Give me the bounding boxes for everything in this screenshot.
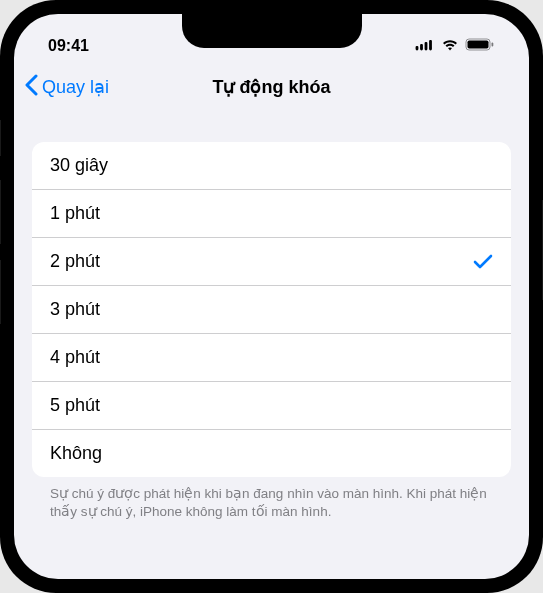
option-label: 30 giây: [50, 155, 108, 176]
page-title: Tự động khóa: [213, 76, 331, 98]
status-icons: [415, 37, 495, 55]
content: 30 giây 1 phút 2 phút: [14, 112, 529, 521]
screen: 09:41: [14, 14, 529, 579]
notch: [182, 14, 362, 48]
chevron-left-icon: [24, 74, 38, 100]
battery-icon: [465, 37, 495, 55]
svg-rect-5: [420, 44, 423, 49]
checkmark-icon: [473, 350, 493, 366]
checkmark-icon: [473, 206, 493, 222]
checkmark-icon: [473, 254, 493, 270]
volume-up-button: [0, 180, 1, 244]
option-5-minutes[interactable]: 5 phút: [32, 382, 511, 430]
status-time: 09:41: [48, 37, 89, 55]
cellular-icon: [415, 37, 435, 55]
mute-switch: [0, 120, 1, 156]
option-3-minutes[interactable]: 3 phút: [32, 286, 511, 334]
option-label: 1 phút: [50, 203, 100, 224]
back-label: Quay lại: [42, 76, 109, 98]
footer-note: Sự chú ý được phát hiện khi bạn đang nhì…: [32, 477, 511, 521]
option-2-minutes[interactable]: 2 phút: [32, 238, 511, 286]
svg-rect-9: [468, 41, 489, 49]
option-label: 3 phút: [50, 299, 100, 320]
checkmark-icon: [473, 398, 493, 414]
device-frame: 09:41: [0, 0, 543, 593]
auto-lock-options: 30 giây 1 phút 2 phút: [32, 142, 511, 477]
option-1-minute[interactable]: 1 phút: [32, 190, 511, 238]
option-never[interactable]: Không: [32, 430, 511, 477]
option-4-minutes[interactable]: 4 phút: [32, 334, 511, 382]
wifi-icon: [441, 37, 459, 55]
option-label: Không: [50, 443, 102, 464]
svg-rect-6: [425, 42, 428, 49]
checkmark-icon: [473, 446, 493, 462]
nav-bar: Quay lại Tự động khóa: [14, 64, 529, 112]
option-label: 2 phút: [50, 251, 100, 272]
option-30-seconds[interactable]: 30 giây: [32, 142, 511, 190]
svg-rect-7: [429, 40, 432, 49]
svg-rect-4: [416, 46, 419, 49]
back-button[interactable]: Quay lại: [24, 74, 109, 100]
option-label: 5 phút: [50, 395, 100, 416]
volume-down-button: [0, 260, 1, 324]
checkmark-icon: [473, 302, 493, 318]
option-label: 4 phút: [50, 347, 100, 368]
checkmark-icon: [473, 158, 493, 174]
svg-rect-10: [492, 43, 494, 47]
